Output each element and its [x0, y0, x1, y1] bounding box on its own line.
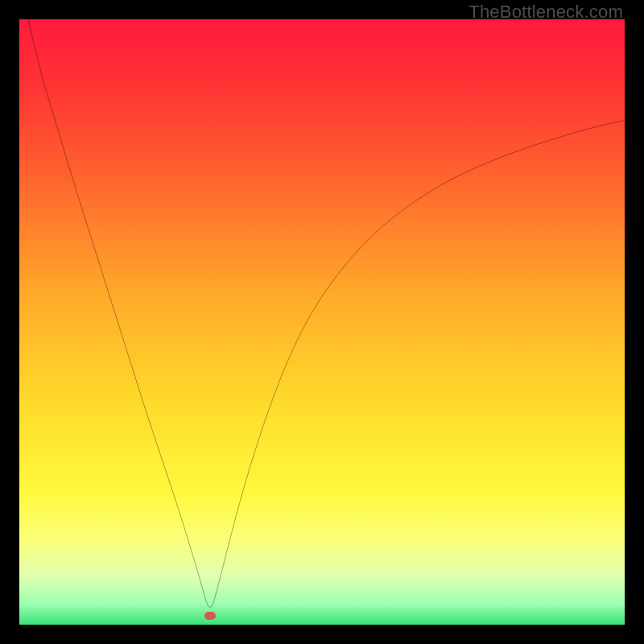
background-gradient [19, 19, 625, 625]
optimal-point-marker [204, 612, 216, 620]
svg-rect-0 [19, 19, 625, 625]
chart-plot-area [19, 19, 625, 625]
watermark-text: TheBottleneck.com [469, 2, 623, 23]
